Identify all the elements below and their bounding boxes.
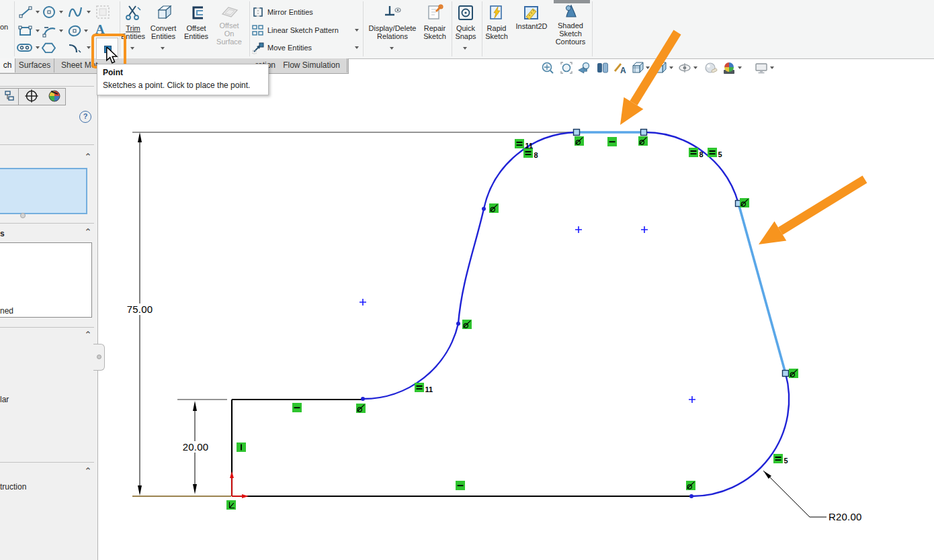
spline-icon[interactable] — [67, 5, 84, 19]
ellipse-dropdown[interactable] — [84, 30, 88, 32]
line-dropdown[interactable] — [36, 11, 40, 13]
relation-badge-equal[interactable]: 11 — [415, 383, 433, 393]
tab-feature-manager[interactable] — [0, 88, 19, 105]
relation-badge-vertical[interactable] — [237, 442, 246, 452]
zoom-fit-icon[interactable] — [540, 60, 555, 75]
tab-flow-simulation[interactable]: Flow Simulation — [276, 58, 347, 73]
endpoint-dot[interactable] — [689, 494, 693, 498]
linear-pattern-dropdown[interactable] — [355, 29, 359, 32]
scene-dropdown[interactable] — [738, 66, 742, 69]
appearance-icon[interactable] — [704, 60, 718, 75]
relation-badge-origin[interactable] — [226, 500, 236, 510]
zoom-area-icon[interactable] — [559, 60, 574, 75]
endpoint-handle[interactable] — [641, 130, 647, 136]
scene-icon[interactable] — [722, 60, 736, 75]
endpoint-dot[interactable] — [482, 207, 486, 211]
dimension-r20-value[interactable]: R20.00 — [829, 511, 869, 522]
arc-center-marker[interactable] — [359, 299, 366, 306]
circle-icon[interactable] — [42, 5, 56, 19]
endpoint-dot[interactable] — [361, 397, 365, 401]
relation-badge-horizontal[interactable] — [292, 403, 302, 412]
display-style-dropdown[interactable] — [669, 66, 673, 69]
section-collapse-chevron[interactable]: ⌃ — [83, 332, 93, 340]
relation-badge-horizontal[interactable] — [456, 481, 465, 490]
convert-icon[interactable] — [155, 3, 173, 22]
annotations-icon[interactable]: A — [613, 60, 628, 75]
shaded-sketch-contours-button[interactable]: ShadedSketchContours — [556, 21, 586, 46]
relation-badge-equal[interactable]: 8 — [689, 148, 704, 158]
fillet-dropdown[interactable] — [87, 46, 91, 49]
offset-entities-button[interactable]: OffsetEntities — [184, 24, 208, 40]
repair-sketch-button[interactable]: RepairSketch — [423, 24, 446, 40]
circle-dropdown[interactable] — [59, 11, 63, 13]
section-collapse-chevron[interactable]: ⌃ — [83, 468, 93, 476]
relation-badge-equal[interactable]: 5 — [773, 454, 788, 465]
rapid-sketch-icon[interactable] — [488, 3, 507, 22]
tab-property-manager[interactable] — [18, 88, 46, 105]
relation-badge-tangent[interactable] — [740, 198, 749, 207]
mirror-icon[interactable] — [251, 6, 265, 18]
trim-icon[interactable] — [124, 4, 142, 21]
dimension-r20[interactable] — [763, 471, 826, 517]
section-view-icon[interactable] — [595, 60, 610, 75]
rapid-sketch-button[interactable]: RapidSketch — [485, 24, 508, 40]
quick-snaps-dropdown[interactable] — [463, 47, 467, 50]
rectangle-icon[interactable] — [18, 24, 33, 38]
view-orientation-dropdown[interactable] — [646, 66, 650, 69]
linear-pattern-icon[interactable] — [251, 24, 265, 36]
endpoint-dot[interactable] — [456, 322, 460, 326]
section-collapse-chevron[interactable]: ⌃ — [83, 154, 93, 162]
view-settings-dropdown[interactable] — [770, 66, 774, 69]
linear-sketch-pattern-button[interactable]: Linear Sketch Pattern — [267, 26, 339, 34]
move-entities-icon[interactable] — [251, 41, 265, 54]
instant2d-icon[interactable] — [523, 4, 542, 21]
view-settings-icon[interactable] — [754, 60, 769, 75]
tab-appearances[interactable] — [45, 88, 66, 105]
polygon-icon[interactable] — [42, 41, 56, 56]
arc-center-marker[interactable] — [641, 226, 648, 233]
relation-badge-equal[interactable]: 11 — [515, 139, 533, 150]
relation-badge-horizontal[interactable] — [607, 137, 617, 146]
arc-left-middle[interactable] — [458, 209, 484, 324]
tab-surfaces[interactable]: Surfaces — [15, 58, 54, 73]
view-orientation-icon[interactable] — [630, 60, 645, 75]
relation-badge-tangent[interactable] — [356, 404, 366, 413]
arc-icon[interactable] — [42, 24, 58, 38]
relation-badge-tangent[interactable] — [489, 203, 499, 213]
relation-badge-equal[interactable]: 5 — [708, 148, 722, 158]
arc-dropdown[interactable] — [59, 30, 63, 32]
relation-badge-tangent[interactable] — [789, 369, 798, 378]
slot-icon[interactable] — [16, 42, 34, 54]
display-relations-dropdown[interactable] — [390, 47, 394, 50]
convert-entities-button[interactable]: ConvertEntities — [151, 24, 177, 40]
quick-snaps-button[interactable]: QuickSnaps — [455, 24, 476, 40]
arc-left-lower[interactable] — [363, 324, 458, 399]
line-icon[interactable] — [18, 5, 33, 19]
move-entities-button[interactable]: Move Entities — [267, 44, 312, 52]
relation-badge-tangent[interactable] — [638, 136, 648, 146]
relation-badge-equal[interactable]: 8 — [523, 148, 538, 159]
arc-bottom-right[interactable] — [691, 373, 789, 496]
quick-snaps-icon[interactable] — [457, 4, 474, 21]
endpoint-handle[interactable] — [574, 130, 580, 136]
repair-icon[interactable] — [426, 3, 445, 22]
fillet-icon[interactable] — [67, 41, 83, 54]
selected-right-line[interactable] — [738, 203, 786, 373]
relation-badge-tangent[interactable] — [462, 320, 472, 329]
tab-sketch[interactable]: ch — [0, 58, 15, 73]
move-entities-dropdown[interactable] — [355, 46, 359, 49]
selection-highlight-box[interactable] — [0, 168, 87, 214]
ellipse-icon[interactable] — [67, 24, 83, 38]
help-icon[interactable]: ? — [79, 111, 91, 123]
arc-center-marker[interactable] — [575, 226, 582, 233]
mirror-entities-button[interactable]: Mirror Entities — [267, 8, 313, 16]
offset-icon[interactable] — [188, 4, 206, 21]
hide-show-dropdown[interactable] — [693, 66, 697, 69]
arc-center-marker[interactable] — [689, 396, 695, 403]
dimension-75-value[interactable]: 75.00 — [122, 304, 157, 315]
arc-top-right[interactable] — [644, 132, 738, 203]
slot-dropdown[interactable] — [36, 46, 40, 49]
panel-splitter-handle[interactable] — [93, 344, 105, 371]
dimension-20-value[interactable]: 20.00 — [179, 441, 212, 453]
endpoint-handle[interactable] — [783, 371, 789, 377]
